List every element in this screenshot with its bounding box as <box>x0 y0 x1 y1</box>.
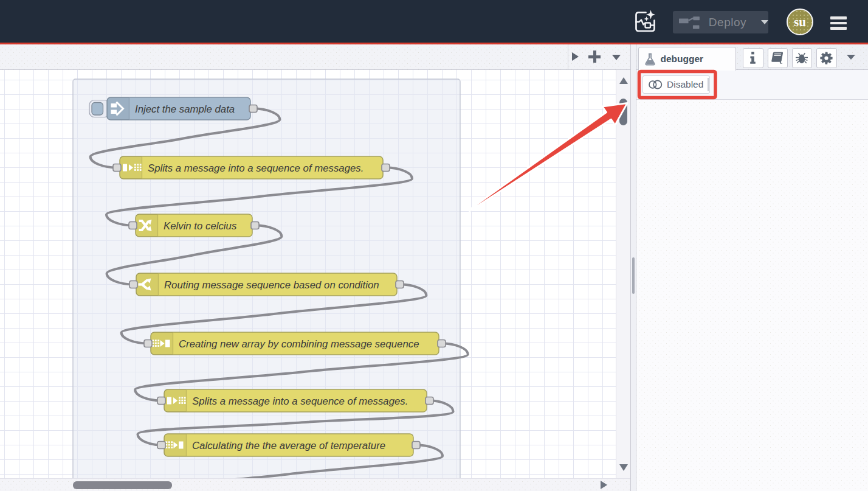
output-port[interactable] <box>412 442 420 449</box>
tabbar-divider <box>568 44 568 69</box>
debugger-disabled-toggle[interactable]: Disabled <box>642 75 710 94</box>
menu-bar <box>830 16 847 19</box>
output-port[interactable] <box>425 397 433 405</box>
node-label: Splits a message into a sequence of mess… <box>192 395 408 407</box>
flow-node-split[interactable]: Splits a message into a sequence of mess… <box>157 389 433 412</box>
tab-debugger[interactable]: debugger <box>638 47 736 71</box>
input-port[interactable] <box>129 222 137 229</box>
flow-node-join[interactable]: Calculating the the average of temperatu… <box>157 434 420 456</box>
flow-node-join[interactable]: Creating new array by combining message … <box>144 332 446 355</box>
info-button[interactable] <box>743 48 763 68</box>
sidebar-separator[interactable] <box>630 44 637 491</box>
scroll-up-icon[interactable] <box>619 77 628 84</box>
deploy-icon <box>679 11 700 33</box>
flow-node-split[interactable]: Splits a message into a sequence of mess… <box>113 156 390 179</box>
input-port[interactable] <box>129 281 137 288</box>
node-red-app: Deploy su Inject the sample dataSplits a… <box>0 0 868 491</box>
book-icon <box>771 52 784 64</box>
add-flow-button[interactable] <box>588 50 601 63</box>
flask-icon <box>644 53 656 66</box>
separator-grip[interactable] <box>632 257 635 294</box>
sidebar: debugger <box>636 44 868 491</box>
horizontal-scrollbar[interactable] <box>0 478 630 491</box>
scroll-down-icon[interactable] <box>619 464 628 471</box>
flow-list-caret-icon[interactable] <box>612 55 621 60</box>
sidebar-toolbar: Disabled <box>636 70 868 100</box>
deploy-label: Deploy <box>709 16 746 29</box>
toolbar-divider <box>708 78 709 91</box>
output-port[interactable] <box>249 105 257 113</box>
flow-node-switch[interactable]: Routing message sequence based on condit… <box>129 273 404 296</box>
vertical-scrollbar-thumb[interactable] <box>619 99 627 125</box>
debugger-panel-body <box>636 100 868 491</box>
flow-canvas[interactable]: Inject the sample dataSplits a message i… <box>0 70 616 478</box>
gear-icon <box>820 52 833 64</box>
node-label: Routing message sequence based on condit… <box>164 279 379 291</box>
vertical-scrollbar[interactable] <box>616 70 630 478</box>
ai-assistant-icon[interactable] <box>633 10 655 33</box>
deploy-options-caret[interactable] <box>761 20 768 24</box>
tab-scroll-right-icon[interactable] <box>572 52 579 61</box>
input-port[interactable] <box>157 442 165 449</box>
sidebar-menu-caret-icon[interactable] <box>847 55 855 60</box>
sparkle-icon <box>646 10 655 19</box>
user-initials: su <box>794 15 806 30</box>
input-port[interactable] <box>144 340 152 347</box>
tab-debugger-label: debugger <box>661 54 704 64</box>
config-button[interactable] <box>816 48 837 68</box>
workspace-tab-bar <box>0 44 630 70</box>
input-port[interactable] <box>157 397 165 405</box>
menu-bar <box>830 27 847 30</box>
node-label: Inject the sample data <box>135 103 235 115</box>
bug-icon <box>795 52 808 64</box>
toggle-icon <box>649 79 663 90</box>
output-port[interactable] <box>396 281 404 288</box>
debug-button[interactable] <box>792 48 813 68</box>
node-label: Kelvin to celcius <box>164 220 237 232</box>
flow-node-inject[interactable]: Inject the sample data <box>89 97 257 120</box>
horizontal-scrollbar-thumb[interactable] <box>73 481 172 489</box>
output-port[interactable] <box>251 222 259 229</box>
menu-bar <box>830 22 847 25</box>
deploy-button[interactable]: Deploy <box>673 11 768 33</box>
output-port[interactable] <box>382 164 390 172</box>
main-menu-button[interactable] <box>830 16 847 30</box>
disabled-label: Disabled <box>667 79 703 90</box>
node-label: Creating new array by combining message … <box>179 338 419 350</box>
user-avatar[interactable]: su <box>787 9 813 35</box>
input-port[interactable] <box>113 164 121 172</box>
flow-node-change[interactable]: Kelvin to celcius <box>129 214 259 237</box>
docs-button[interactable] <box>768 48 788 68</box>
output-port[interactable] <box>438 340 446 347</box>
node-label: Calculating the the average of temperatu… <box>192 440 385 451</box>
node-label: Splits a message into a sequence of mess… <box>148 162 363 174</box>
scroll-right-icon[interactable] <box>601 481 607 489</box>
info-icon <box>750 52 756 64</box>
